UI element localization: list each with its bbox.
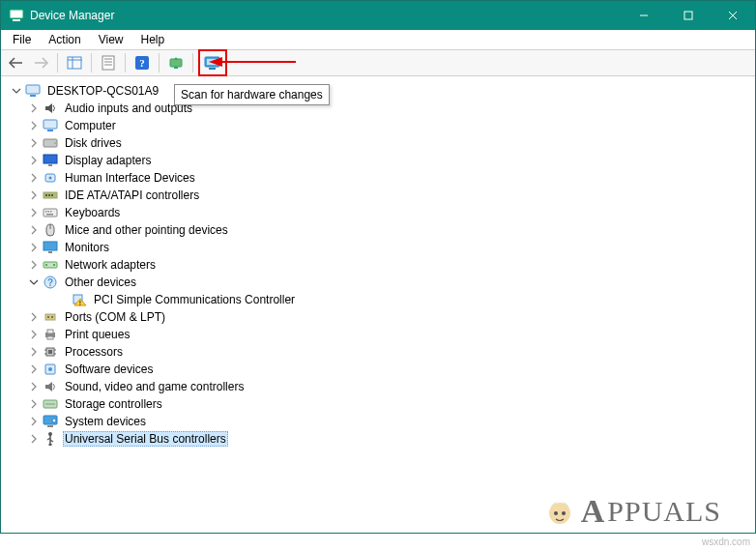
warning-icon: ! xyxy=(71,292,88,307)
tree-item-label: System devices xyxy=(63,415,148,428)
tree-item[interactable]: Keyboards xyxy=(7,204,755,221)
minimize-button[interactable] xyxy=(622,1,666,30)
chevron-right-icon[interactable] xyxy=(28,311,40,323)
svg-rect-73 xyxy=(49,444,52,446)
port-icon xyxy=(42,309,59,325)
close-button[interactable] xyxy=(711,1,755,30)
svg-rect-37 xyxy=(44,209,57,217)
tree-item[interactable]: Disk drives xyxy=(7,134,755,152)
menu-action[interactable]: Action xyxy=(41,31,88,48)
tree-item[interactable]: Mice and other pointing devices xyxy=(7,221,755,239)
display-icon xyxy=(42,153,59,168)
chevron-right-icon[interactable] xyxy=(28,259,40,271)
tree-item-label: Sound, video and game controllers xyxy=(63,380,246,393)
tree-item[interactable]: Audio inputs and outputs xyxy=(7,100,755,117)
toolbar-showhide-button[interactable] xyxy=(63,52,86,73)
tree-item[interactable]: Universal Serial Bus controllers xyxy=(7,430,755,448)
tooltip-scan: Scan for hardware changes xyxy=(174,84,330,105)
app-icon xyxy=(9,8,24,23)
svg-rect-24 xyxy=(30,95,36,97)
ide-icon xyxy=(42,188,59,203)
chevron-right-icon[interactable] xyxy=(28,433,40,445)
tree-item[interactable]: Software devices xyxy=(7,361,755,378)
tree-item[interactable]: Human Interface Devices xyxy=(7,169,755,187)
tree-item[interactable]: Processors xyxy=(7,343,755,361)
toolbar-properties-button[interactable] xyxy=(97,52,120,73)
chevron-right-icon[interactable] xyxy=(28,381,40,392)
tree-item[interactable]: Monitors xyxy=(7,239,755,256)
tree-item-label: Software devices xyxy=(63,362,155,376)
chevron-right-icon[interactable] xyxy=(28,363,40,375)
tree-item[interactable]: Print queues xyxy=(7,326,755,343)
toolbar-forward-button[interactable] xyxy=(29,52,52,73)
tree-item[interactable]: Sound, video and game controllers xyxy=(7,378,755,395)
software-icon xyxy=(42,362,59,377)
tree-item-label: Mice and other pointing devices xyxy=(63,223,230,237)
toolbar-separator xyxy=(125,53,126,72)
chevron-right-icon[interactable] xyxy=(28,172,40,184)
chevron-right-icon[interactable] xyxy=(28,242,40,253)
tree-item-label: PCI Simple Communications Controller xyxy=(92,293,297,306)
speaker-icon xyxy=(42,101,59,116)
chevron-right-icon[interactable] xyxy=(28,207,40,218)
menu-file[interactable]: File xyxy=(5,31,39,48)
menu-view[interactable]: View xyxy=(91,31,131,48)
toolbar-separator xyxy=(192,53,193,72)
device-tree[interactable]: DESKTOP-QCS01A9 Audio inputs and outputs… xyxy=(1,76,755,448)
tree-item[interactable]: ?Other devices xyxy=(7,274,755,291)
chevron-right-icon[interactable] xyxy=(28,155,40,166)
tree-item-label: Network adapters xyxy=(63,258,158,272)
tree-item[interactable]: IDE ATA/ATAPI controllers xyxy=(7,187,755,204)
tree-item-label: Disk drives xyxy=(63,136,124,150)
chevron-right-icon[interactable] xyxy=(28,416,40,427)
tree-item[interactable]: Network adapters xyxy=(7,256,755,274)
tree-item[interactable]: Storage controllers xyxy=(7,395,755,413)
menu-help[interactable]: Help xyxy=(133,31,173,48)
tree-item[interactable]: System devices xyxy=(7,413,755,430)
storage-icon xyxy=(42,396,59,412)
svg-rect-21 xyxy=(209,68,216,70)
system-icon xyxy=(42,414,59,429)
toolbar-help-button[interactable]: ? xyxy=(131,52,154,73)
svg-rect-38 xyxy=(45,211,47,213)
svg-rect-26 xyxy=(47,130,53,131)
chevron-right-icon[interactable] xyxy=(28,346,40,358)
svg-rect-39 xyxy=(48,211,50,213)
chevron-right-icon[interactable] xyxy=(28,224,40,236)
chevron-down-icon[interactable] xyxy=(11,85,22,97)
svg-rect-8 xyxy=(68,57,81,69)
chevron-right-icon[interactable] xyxy=(28,189,40,201)
tree-item-label: Storage controllers xyxy=(63,397,164,411)
svg-rect-59 xyxy=(48,350,52,354)
tree-root[interactable]: DESKTOP-QCS01A9 xyxy=(7,82,755,100)
toolbar-back-button[interactable] xyxy=(5,52,28,73)
chevron-right-icon[interactable] xyxy=(28,329,40,340)
menubar: File Action View Help xyxy=(1,30,755,49)
svg-point-28 xyxy=(54,142,56,144)
chevron-right-icon[interactable] xyxy=(28,137,40,149)
tree-item[interactable]: Computer xyxy=(7,117,755,134)
chevron-down-icon[interactable] xyxy=(28,276,40,288)
printer-icon xyxy=(42,327,59,342)
tree-item-label: Other devices xyxy=(63,276,138,289)
chevron-right-icon[interactable] xyxy=(28,398,40,410)
tree-item-label: Processors xyxy=(63,345,125,359)
tree-item[interactable]: Display adapters xyxy=(7,152,755,169)
brand-logo: APPUALS xyxy=(542,493,721,530)
tree-item[interactable]: Ports (COM & LPT) xyxy=(7,308,755,326)
svg-rect-25 xyxy=(44,120,57,129)
cpu-icon xyxy=(42,344,59,360)
svg-rect-18 xyxy=(174,67,178,69)
svg-rect-40 xyxy=(50,211,52,213)
maximize-button[interactable] xyxy=(666,1,711,30)
svg-rect-41 xyxy=(46,214,53,216)
svg-rect-23 xyxy=(26,85,40,94)
tree-item[interactable]: !PCI Simple Communications Controller xyxy=(7,291,755,308)
toolbar-scan-button[interactable] xyxy=(201,52,224,73)
computer-icon xyxy=(42,118,59,133)
toolbar-update-button[interactable] xyxy=(164,52,188,73)
chevron-right-icon[interactable] xyxy=(28,120,40,131)
svg-rect-56 xyxy=(47,330,53,334)
chevron-right-icon[interactable] xyxy=(28,102,40,114)
device-manager-window: Device Manager File Action View Help ? xyxy=(0,0,756,534)
